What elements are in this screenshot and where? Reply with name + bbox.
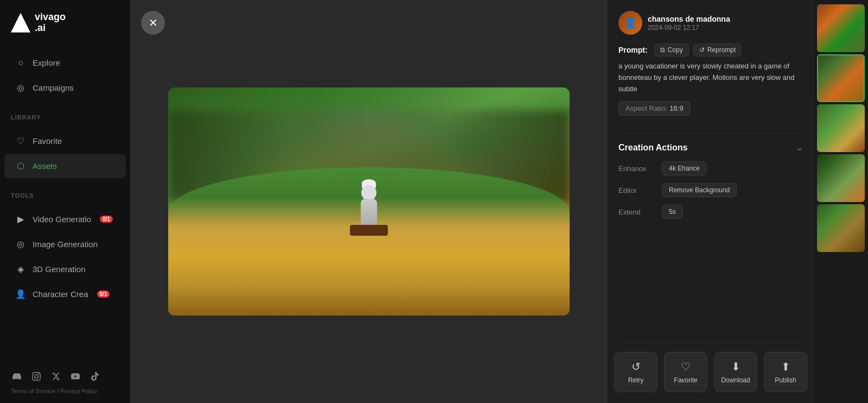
thumbnail-4[interactable] (817, 154, 865, 202)
user-avatar: 👤 (618, 11, 642, 35)
sidebar: vivago.ai ○ Explore ◎ Campaigns LIBRARY … (0, 0, 130, 403)
sidebar-item-image-generation[interactable]: ◎ Image Generation (4, 232, 126, 256)
remove-background-button[interactable]: Remove Background (662, 183, 737, 197)
main-nav: ○ Explore ◎ Campaigns (0, 46, 130, 105)
prompt-header: Prompt: ⧉ Copy ↺ Reprompt (618, 43, 803, 56)
publish-label: Publish (775, 376, 796, 384)
sidebar-item-explore[interactable]: ○ Explore (4, 51, 126, 75)
chevron-down-icon[interactable]: ⌄ (796, 142, 803, 153)
editor-label: Editor (618, 186, 662, 194)
reprompt-icon: ↺ (699, 46, 705, 54)
video-generation-icon: ▶ (15, 214, 26, 225)
4k-enhance-button[interactable]: 4k Ehance (662, 161, 707, 175)
thumbnail-5[interactable] (817, 204, 865, 252)
logo-icon (11, 13, 30, 33)
privacy-policy-link[interactable]: Privacy Policy (60, 388, 97, 394)
copy-icon: ⧉ (660, 46, 665, 54)
thumbnail-2-image (818, 55, 864, 101)
retry-button[interactable]: ↺ Retry (614, 352, 658, 392)
character-creation-badge: 0/1 (97, 291, 110, 298)
twitter-x-icon[interactable] (50, 370, 62, 382)
download-icon: ⬇ (731, 360, 741, 373)
tiktok-icon[interactable] (89, 370, 101, 382)
sidebar-item-video-generation[interactable]: ▶ Video Generatio 0/1 (4, 207, 126, 231)
extend-label: Extend (618, 208, 662, 216)
copy-label: Copy (668, 46, 683, 54)
image-figurine (347, 171, 391, 236)
tools-nav: ▶ Video Generatio 0/1 ◎ Image Generation… (0, 202, 130, 312)
extend-5s-button[interactable]: 5s (662, 205, 683, 219)
logo[interactable]: vivago.ai (0, 0, 130, 46)
figurine-body (361, 199, 377, 226)
sidebar-item-character-creation[interactable]: 👤 Character Crea 0/1 (4, 282, 126, 306)
main-image-container (168, 87, 570, 316)
creation-actions-header: Creation Actions ⌄ (618, 142, 803, 153)
sidebar-item-favorite-label: Favorite (33, 136, 62, 146)
instagram-icon[interactable] (30, 370, 42, 382)
sidebar-item-campaigns-label: Campaigns (33, 83, 74, 92)
favorite-icon: ♡ (681, 360, 691, 373)
figurine-head (361, 185, 376, 200)
4k-enhance-label: 4k Ehance (669, 165, 700, 172)
library-label: LIBRARY (0, 105, 130, 124)
enhance-action-row: Enhance 4k Ehance (618, 161, 803, 175)
retry-icon: ↺ (631, 360, 641, 373)
sidebar-item-3d-generation[interactable]: ◈ 3D Generation (4, 257, 126, 281)
thumbnail-strip (814, 0, 868, 403)
social-icons (11, 370, 119, 382)
favorite-icon: ♡ (15, 136, 26, 147)
enhance-label: Enhance (618, 165, 662, 173)
prompt-section: Prompt: ⧉ Copy ↺ Reprompt a young vacati… (618, 43, 803, 116)
sidebar-item-character-creation-label: Character Crea (33, 289, 88, 299)
download-label: Download (721, 376, 750, 384)
discord-icon[interactable] (11, 370, 23, 382)
sidebar-bottom: Terms of Service / Privacy Policy (0, 362, 130, 403)
logo-text: vivago.ai (35, 12, 66, 34)
copy-button[interactable]: ⧉ Copy (654, 43, 689, 56)
terms-privacy: Terms of Service / Privacy Policy (11, 388, 119, 394)
youtube-icon[interactable] (69, 370, 81, 382)
prompt-actions: ⧉ Copy ↺ Reprompt (654, 43, 742, 56)
publish-button[interactable]: ⬆ Publish (764, 352, 807, 392)
creation-actions-title: Creation Actions (618, 143, 687, 153)
character-creation-icon: 👤 (15, 289, 26, 300)
campaigns-icon: ◎ (15, 83, 26, 93)
sidebar-item-favorite[interactable]: ♡ Favorite (4, 129, 126, 153)
sidebar-item-image-generation-label: Image Generation (33, 240, 98, 249)
remove-background-label: Remove Background (669, 186, 730, 194)
close-icon: ✕ (149, 16, 158, 29)
main-content: ✕ (130, 0, 608, 403)
favorite-button[interactable]: ♡ Favorite (664, 352, 707, 392)
image-generation-icon: ◎ (15, 239, 26, 250)
thumbnail-5-image (817, 204, 865, 252)
user-name: chansons de madonna (648, 14, 803, 24)
explore-icon: ○ (15, 58, 26, 68)
aspect-ratio-label: Aspect Ratio: (626, 104, 667, 112)
sidebar-item-3d-generation-label: 3D Generation (33, 265, 86, 274)
avatar-placeholder: 👤 (624, 17, 636, 29)
thumbnail-2[interactable] (817, 54, 865, 102)
download-button[interactable]: ⬇ Download (714, 352, 757, 392)
retry-label: Retry (628, 376, 644, 384)
thumbnail-3[interactable] (817, 104, 865, 152)
sidebar-item-assets-label: Assets (33, 161, 57, 171)
close-button[interactable]: ✕ (141, 11, 165, 35)
sidebar-item-assets[interactable]: ⬡ Assets (4, 154, 126, 178)
sidebar-item-campaigns[interactable]: ◎ Campaigns (4, 76, 126, 100)
reprompt-label: Reprompt (707, 46, 736, 54)
divider (618, 133, 803, 134)
reprompt-button[interactable]: ↺ Reprompt (693, 43, 742, 56)
user-info: 👤 chansons de madonna 2024-09-02 12:17 (618, 11, 803, 35)
editor-action-row: Editor Remove Background (618, 183, 803, 197)
right-panel: 👤 chansons de madonna 2024-09-02 12:17 P… (608, 0, 814, 403)
thumbnail-1[interactable] (817, 4, 865, 52)
thumbnail-4-image (817, 154, 865, 202)
sidebar-item-video-generation-label: Video Generatio (33, 215, 91, 224)
favorite-label: Favorite (674, 376, 697, 384)
thumbnail-3-image (817, 104, 865, 152)
terms-of-service-link[interactable]: Terms of Service (11, 388, 55, 394)
sidebar-item-explore-label: Explore (33, 58, 60, 67)
figurine-base (350, 225, 388, 236)
bottom-actions: ↺ Retry ♡ Favorite ⬇ Download ⬆ Publish (618, 343, 803, 392)
publish-icon: ⬆ (781, 360, 790, 373)
